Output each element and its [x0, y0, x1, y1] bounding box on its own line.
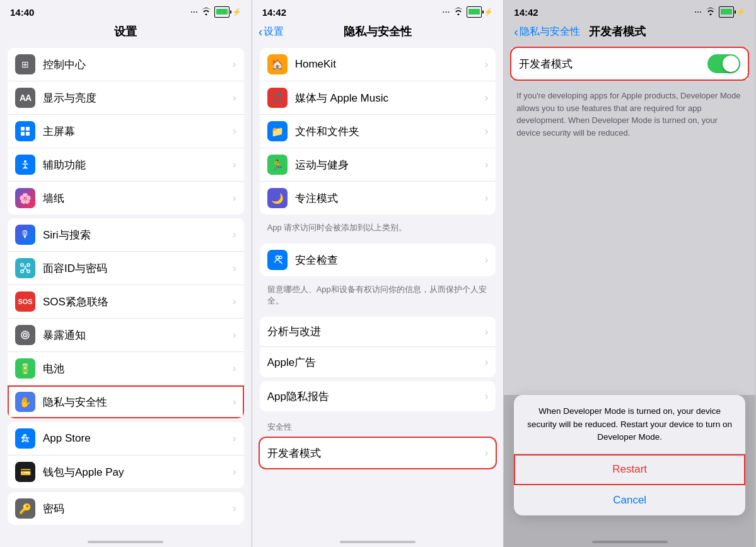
panel-developer-mode: 14:42 ··· ⚡ ‹ 隐私与安全性 开发者模式 开发者模式	[504, 0, 756, 547]
sos-label: SOS紧急联络	[43, 295, 233, 309]
media-label: 媒体与 Apple Music	[295, 91, 485, 105]
fitness-icon: 🏃	[267, 155, 288, 175]
settings-item-exposure[interactable]: 暴露通知 ›	[8, 319, 244, 352]
apple-ads-label: Apple广告	[267, 355, 485, 370]
settings-item-appstore[interactable]: App Store ›	[8, 422, 244, 456]
chevron-icon: ›	[485, 391, 488, 402]
chevron-icon: ›	[485, 159, 488, 170]
svg-rect-5	[21, 264, 23, 266]
privacy-list: 🏠 HomeKit › 🎵 媒体与 Apple Music › 📁 文件和文件夹…	[252, 44, 504, 547]
time-1: 14:40	[10, 7, 34, 18]
chevron-icon: ›	[485, 356, 488, 368]
svg-rect-1	[26, 127, 30, 131]
back-chevron-icon-3: ‹	[514, 25, 518, 39]
settings-item-focus[interactable]: 🌙 专注模式 ›	[260, 182, 496, 215]
chevron-icon: ›	[233, 92, 236, 103]
settings-group-siri: 🎙 Siri与搜索 › 面容ID与密码 › SOS SOS紧急联络 ›	[8, 218, 244, 418]
settings-item-accessibility[interactable]: 辅助功能 ›	[8, 148, 244, 182]
page-title-2: 隐私与安全性	[344, 24, 412, 39]
settings-item-apple-ads[interactable]: Apple广告 ›	[260, 347, 496, 377]
control-center-label: 控制中心	[43, 57, 233, 72]
privacy-report-group: App隐私报告 ›	[260, 381, 496, 411]
settings-item-privacy-report[interactable]: App隐私报告 ›	[260, 381, 496, 411]
back-label-3: 隐私与安全性	[520, 25, 580, 38]
chevron-icon: ›	[485, 192, 488, 204]
privacy-label: 隐私与安全性	[43, 395, 233, 409]
developer-mode-label: 开发者模式	[267, 446, 485, 461]
chevron-icon: ›	[485, 92, 488, 103]
chevron-icon: ›	[485, 126, 488, 137]
signal-icon-3: ···	[695, 8, 702, 16]
settings-item-sos[interactable]: SOS SOS紧急联络 ›	[8, 285, 244, 319]
nav-bar-2: ‹ 设置 隐私与安全性	[252, 21, 504, 44]
settings-item-media[interactable]: 🎵 媒体与 Apple Music ›	[260, 81, 496, 115]
media-icon: 🎵	[267, 88, 288, 108]
home-indicator-1	[88, 541, 163, 543]
security-group: 开发者模式 ›	[260, 438, 496, 468]
password-icon: 🔑	[15, 498, 35, 519]
settings-item-developer-mode[interactable]: 开发者模式 ›	[260, 438, 496, 468]
alert-overlay: When Developer Mode is turned on, your d…	[504, 395, 755, 547]
chevron-icon: ›	[233, 229, 236, 240]
back-chevron-icon-2: ‹	[259, 25, 263, 39]
settings-item-analytics[interactable]: 分析与改进 ›	[260, 317, 496, 347]
settings-item-homekit[interactable]: 🏠 HomeKit ›	[260, 48, 496, 81]
settings-item-wallet[interactable]: 💳 钱包与Apple Pay ›	[8, 456, 244, 488]
svg-rect-6	[27, 264, 30, 266]
analytics-group: 分析与改进 › Apple广告 ›	[260, 317, 496, 377]
accessibility-label: 辅助功能	[43, 158, 233, 172]
status-icons-2: ··· ⚡	[443, 6, 494, 18]
chevron-icon: ›	[233, 126, 236, 137]
cancel-button[interactable]: Cancel	[514, 485, 745, 515]
files-icon: 📁	[267, 121, 288, 141]
settings-item-files[interactable]: 📁 文件和文件夹 ›	[260, 115, 496, 148]
home-indicator-3	[592, 541, 668, 543]
chevron-icon: ›	[233, 159, 236, 170]
chevron-icon: ›	[233, 59, 236, 70]
chevron-icon: ›	[485, 254, 488, 266]
settings-item-safety-check[interactable]: 安全检查 ›	[260, 244, 496, 276]
settings-item-fitness[interactable]: 🏃 运动与健身 ›	[260, 148, 496, 182]
homekit-label: HomeKit	[295, 58, 485, 71]
time-2: 14:42	[262, 7, 286, 18]
svg-point-13	[276, 256, 279, 259]
sos-icon: SOS	[15, 291, 35, 312]
settings-item-control-center[interactable]: ⊞ 控制中心 ›	[8, 48, 244, 81]
settings-group-password: 🔑 密码 ›	[8, 492, 244, 525]
settings-item-siri[interactable]: 🎙 Siri与搜索 ›	[8, 218, 244, 252]
chevron-icon: ›	[233, 296, 236, 307]
home-screen-label: 主屏幕	[43, 124, 233, 139]
settings-item-wallpaper[interactable]: 🌸 墙纸 ›	[8, 182, 244, 215]
signal-icon-1: ···	[190, 8, 198, 16]
security-section-title: 安全性	[252, 415, 504, 435]
chevron-icon: ›	[485, 326, 488, 338]
faceid-icon	[15, 258, 35, 278]
status-icons-3: ··· ⚡	[695, 6, 746, 18]
developer-mode-description: If you're developing apps for Apple prod…	[504, 83, 755, 145]
settings-item-password[interactable]: 🔑 密码 ›	[8, 492, 244, 525]
svg-rect-0	[21, 127, 25, 131]
developer-mode-toggle-label: 开发者模式	[519, 57, 707, 71]
svg-point-14	[279, 256, 282, 259]
breadcrumb-separator: 开发者模式	[589, 24, 646, 39]
back-button-2[interactable]: ‹ 设置	[259, 25, 284, 39]
chevron-icon: ›	[233, 262, 236, 274]
settings-item-home-screen[interactable]: 主屏幕 ›	[8, 115, 244, 148]
svg-rect-3	[26, 132, 30, 136]
settings-item-display[interactable]: AA 显示与亮度 ›	[8, 81, 244, 115]
safety-check-label: 安全检查	[295, 253, 485, 268]
safety-check-group: 安全检查 ›	[260, 244, 496, 276]
files-label: 文件和文件夹	[295, 124, 485, 139]
restart-button[interactable]: Restart	[514, 454, 745, 485]
developer-mode-toggle-row[interactable]: 开发者模式	[511, 48, 748, 79]
wallet-icon: 💳	[15, 462, 35, 482]
settings-item-faceid[interactable]: 面容ID与密码 ›	[8, 252, 244, 285]
settings-item-battery[interactable]: 🔋 电池 ›	[8, 352, 244, 385]
settings-item-privacy[interactable]: ✋ 隐私与安全性 ›	[8, 385, 244, 418]
signal-icon-2: ···	[443, 8, 450, 16]
developer-mode-toggle[interactable]	[707, 54, 740, 73]
focus-label: 专注模式	[295, 191, 485, 206]
back-button-3[interactable]: ‹ 隐私与安全性	[514, 25, 580, 39]
exposure-label: 暴露通知	[43, 328, 233, 343]
siri-icon: 🎙	[15, 225, 35, 245]
